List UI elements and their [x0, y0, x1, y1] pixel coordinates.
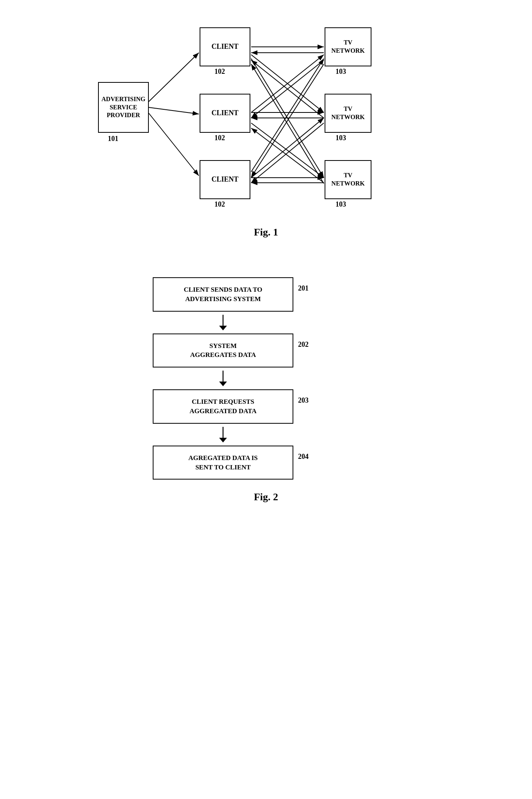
figure-2-wrapper: CLIENT SENDS DATA TOADVERTISING SYSTEM 2…: [129, 277, 403, 519]
svg-line-7: [251, 55, 324, 112]
tv-3-id: 103: [336, 200, 346, 209]
client-1-label: CLIENT: [211, 42, 238, 51]
step-1-label: CLIENT SENDS DATA TOADVERTISING SYSTEM: [184, 286, 262, 303]
tv-1-label: TV NETWORK: [331, 39, 364, 55]
svg-line-2: [149, 53, 199, 102]
arrow-3: [153, 424, 293, 446]
svg-line-8: [251, 60, 324, 118]
tv-network-2-box: TV NETWORK: [325, 94, 371, 133]
flow-step-2: SYSTEMAGGREGATES DATA 202: [153, 334, 309, 368]
step-4-box: AGREGATED DATA ISSENT TO CLIENT: [153, 446, 293, 480]
figure-2-caption: Fig. 2: [129, 491, 403, 503]
step-3-id: 203: [298, 389, 309, 405]
step-2-id: 202: [298, 334, 309, 349]
svg-line-9: [251, 59, 324, 178]
svg-marker-26: [219, 382, 227, 386]
svg-line-16: [251, 128, 324, 183]
figure-1-caption: Fig. 1: [90, 227, 442, 238]
client-2-label: CLIENT: [211, 109, 238, 118]
client-3-label: CLIENT: [211, 175, 238, 184]
svg-line-10: [251, 64, 324, 184]
step-2-label: SYSTEMAGGREGATES DATA: [190, 342, 256, 359]
asp-id: 101: [108, 135, 118, 143]
client-2-box: CLIENT: [200, 94, 250, 133]
step-3-label: CLIENT REQUESTSAGGREGATED DATA: [189, 398, 256, 415]
figure-2-diagram: CLIENT SENDS DATA TOADVERTISING SYSTEM 2…: [129, 277, 403, 480]
tv-network-1-box: TV NETWORK: [325, 27, 371, 66]
step-1-id: 201: [298, 277, 309, 292]
client-1-box: CLIENT: [200, 27, 250, 66]
flow-step-1: CLIENT SENDS DATA TOADVERTISING SYSTEM 2…: [153, 277, 309, 312]
svg-marker-24: [219, 326, 227, 330]
asp-box: ADVERTISING SERVICE PROVIDER: [98, 82, 149, 133]
svg-line-4: [149, 113, 199, 176]
client-3-id: 102: [214, 200, 225, 209]
svg-line-19: [251, 118, 324, 178]
svg-marker-28: [219, 438, 227, 442]
svg-line-11: [251, 55, 324, 112]
svg-line-17: [251, 59, 324, 172]
asp-label: ADVERTISING SERVICE PROVIDER: [102, 95, 145, 119]
tv-network-3-box: TV NETWORK: [325, 160, 371, 199]
tv-1-id: 103: [336, 68, 346, 76]
step-4-id: 204: [298, 446, 309, 461]
client-3-box: CLIENT: [200, 160, 250, 199]
arrow-2: [153, 367, 293, 389]
page-content: ADVERTISING SERVICE PROVIDER 101 CLIENT …: [23, 16, 509, 534]
step-3-box: CLIENT REQUESTSAGGREGATED DATA: [153, 389, 293, 424]
figure-1-diagram: ADVERTISING SERVICE PROVIDER 101 CLIENT …: [90, 16, 442, 219]
client-2-id: 102: [214, 134, 225, 142]
svg-line-12: [251, 60, 324, 118]
arrow-1: [153, 312, 293, 334]
step-1-box: CLIENT SENDS DATA TOADVERTISING SYSTEM: [153, 277, 293, 312]
client-1-id: 102: [214, 68, 225, 76]
figure-1-wrapper: ADVERTISING SERVICE PROVIDER 101 CLIENT …: [90, 16, 442, 254]
flow-step-4: AGREGATED DATA ISSENT TO CLIENT 204: [153, 446, 309, 480]
tv-2-id: 103: [336, 134, 346, 142]
step-4-label: AGREGATED DATA ISSENT TO CLIENT: [188, 454, 258, 471]
svg-line-15: [251, 123, 324, 178]
svg-line-3: [149, 107, 199, 114]
svg-line-20: [251, 123, 324, 183]
svg-line-18: [251, 64, 324, 177]
step-2-box: SYSTEMAGGREGATES DATA: [153, 334, 293, 368]
tv-3-label: TV NETWORK: [331, 171, 364, 188]
flow-step-3: CLIENT REQUESTSAGGREGATED DATA 203: [153, 389, 309, 424]
tv-2-label: TV NETWORK: [331, 105, 364, 121]
